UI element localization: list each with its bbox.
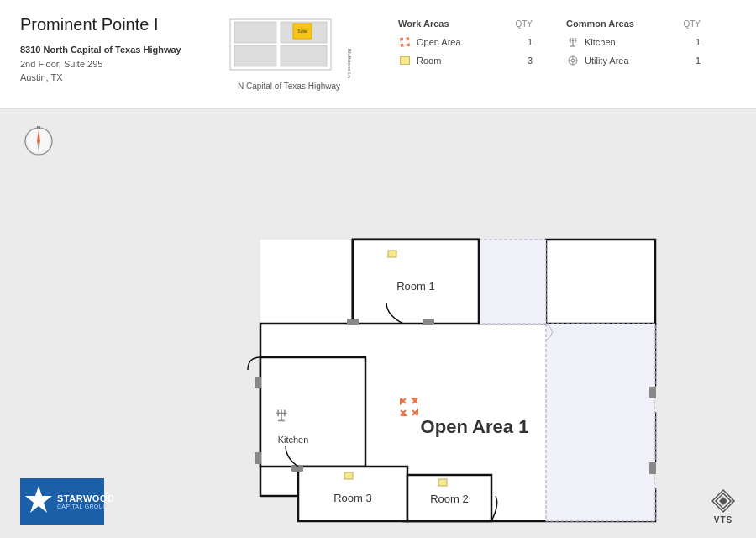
legend-utility-row: Utility Area 1 — [566, 54, 701, 67]
legend-kitchen-row: Kitchen 1 — [566, 35, 701, 49]
svg-rect-54 — [344, 472, 353, 479]
starwood-name: STARWOOD — [57, 493, 114, 504]
svg-text:Suite: Suite — [297, 29, 307, 34]
svg-rect-60 — [655, 462, 662, 488]
svg-rect-59 — [655, 387, 662, 412]
utility-legend-icon — [566, 54, 580, 67]
legend-work-title: Work Areas QTY — [398, 18, 533, 29]
svg-text:Room 3: Room 3 — [333, 492, 372, 504]
svg-rect-38 — [260, 357, 365, 467]
svg-rect-4 — [281, 45, 327, 66]
vts-label: VTS — [714, 515, 732, 525]
open-area-icon — [398, 35, 412, 49]
svg-text:Room 2: Room 2 — [430, 493, 469, 505]
open-area-qty: 1 — [516, 37, 533, 47]
mini-map: Suite Bluffstone Ln — [222, 15, 356, 78]
svg-text:Bluffstone Ln: Bluffstone Ln — [347, 49, 352, 78]
legend-section: Work Areas QTY Open Area — [398, 15, 701, 72]
svg-point-19 — [571, 59, 575, 62]
svg-rect-32 — [546, 240, 655, 324]
floorplan-area: N Room 1 — [0, 109, 756, 538]
legend-open-area-row: Open Area 1 — [398, 35, 533, 49]
property-address-line2: 2nd Floor, Suite 295 — [20, 57, 205, 71]
svg-text:Kitchen: Kitchen — [278, 435, 309, 445]
svg-marker-76 — [719, 497, 727, 505]
svg-rect-57 — [438, 479, 447, 486]
svg-rect-58 — [546, 324, 655, 521]
property-name: Prominent Pointe I — [20, 15, 205, 34]
svg-rect-66 — [649, 387, 656, 398]
open-area-label: Open Area — [417, 37, 461, 47]
kitchen-qty: 1 — [684, 37, 701, 47]
room-qty: 3 — [516, 55, 533, 66]
svg-rect-1 — [234, 22, 276, 43]
svg-rect-61 — [347, 319, 359, 325]
svg-rect-63 — [255, 377, 261, 388]
vts-logo: VTS — [711, 488, 736, 525]
svg-text:Open Area 1: Open Area 1 — [421, 416, 529, 437]
header: Prominent Pointe I 8310 North Capital of… — [0, 0, 756, 109]
floorplan-svg: Room 1 Kitchen St — [0, 109, 756, 538]
legend-common-areas: Common Areas QTY Kitchen 1 — [566, 18, 701, 72]
room-icon — [398, 54, 412, 67]
utility-legend-label: Utility Area — [585, 55, 629, 66]
kitchen-legend-icon — [566, 35, 580, 49]
svg-rect-36 — [388, 251, 396, 257]
mini-map-svg: Suite Bluffstone Ln — [222, 15, 356, 78]
svg-text:Room 1: Room 1 — [396, 280, 435, 293]
legend-common-title: Common Areas QTY — [566, 18, 701, 29]
starwood-logo: STARWOOD CAPITAL GROUP — [20, 478, 104, 525]
svg-rect-62 — [423, 319, 434, 325]
svg-rect-33 — [479, 240, 546, 324]
utility-qty: 1 — [684, 55, 701, 66]
legend-room-row: Room 3 — [398, 54, 533, 67]
mini-map-container: Suite Bluffstone Ln N Capital of Texas H… — [213, 15, 365, 91]
starwood-subtitle: CAPITAL GROUP — [57, 504, 114, 509]
room-label: Room — [417, 55, 441, 66]
legend-work-areas: Work Areas QTY Open Area — [398, 18, 533, 72]
svg-rect-67 — [649, 462, 656, 474]
svg-rect-3 — [234, 45, 276, 66]
property-info: Prominent Pointe I 8310 North Capital of… — [20, 15, 205, 85]
property-address-line3: Austin, TX — [20, 71, 205, 85]
starwood-text: STARWOOD CAPITAL GROUP — [57, 493, 114, 509]
mini-map-label: N Capital of Texas Highway — [238, 82, 340, 91]
kitchen-legend-label: Kitchen — [585, 37, 616, 47]
svg-rect-64 — [255, 452, 261, 464]
svg-marker-73 — [25, 486, 52, 513]
starwood-star-icon — [25, 484, 52, 519]
vts-diamond-icon — [711, 488, 736, 514]
property-address-line1: 8310 North Capital of Texas Highway — [20, 43, 205, 57]
